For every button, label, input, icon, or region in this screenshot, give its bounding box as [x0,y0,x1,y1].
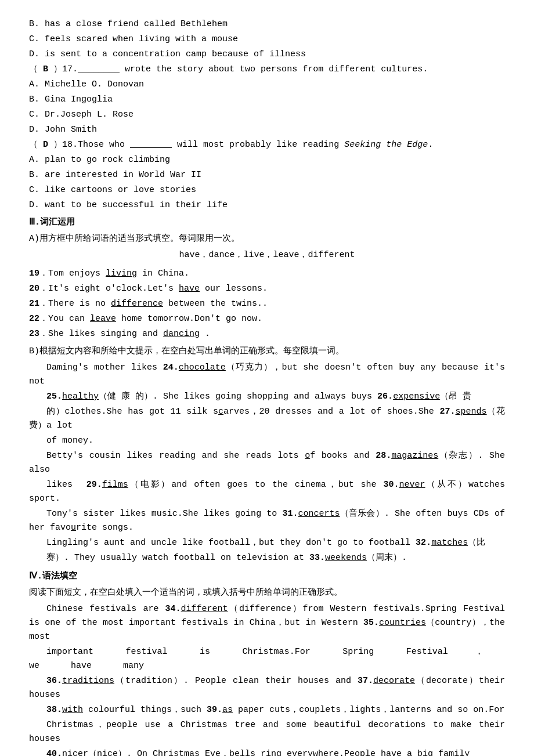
question-19: 19．Tom enjoys living in China. [29,267,505,281]
option-a-rock: A. plan to go rock climbing [29,153,505,167]
q18-paren: （ D ） [29,140,62,150]
para-s4-6: 40.nicer（nice）. On Christmas Eve，bells r… [29,747,505,756]
para-s4-1: Chinese festivals are 34.different（diffe… [29,602,505,644]
para-daming-3: 的）clothes.She has got 11 silk scarves，20… [29,405,505,433]
para-lingling-2: 赛）. They usually watch football on telev… [29,551,505,565]
q18-num: 18. [62,140,78,150]
option-d-successful: D. want to be successful in their life [29,198,505,212]
option-a-michelle: A. Michelle O. Donovan [29,78,505,92]
option-b-gina: B. Gina Ingoglia [29,93,505,107]
option-d-john: D. John Smith [29,123,505,137]
q17-paren: （ B ） [29,64,62,74]
section4-instruction: 阅读下面短文，在空白处填入一个适当的词，或填入括号中所给单词的正确形式。 [29,586,505,600]
q17-text: wrote the story about two persons from d… [120,64,428,74]
q17-num: 17. [62,64,78,74]
question-22: 22．You can leave home tomorrow.Don't go … [29,312,505,326]
exam-content: B. has a close friend called Bethlehem C… [29,17,505,756]
para-betty: Betty's cousin likes reading and she rea… [29,449,505,477]
para-s4-5: Christmas，people use a Christmas tree an… [29,718,505,746]
section3-title: Ⅲ.词汇运用 [29,216,505,230]
para-tony: Tony's sister likes music.She likes goin… [29,507,505,535]
subsection-b-instruction: B)根据短文内容和所给中文提示，在空白处写出单词的正确形式。每空限填一词。 [29,345,505,359]
para-daming-2: 25.healthy（健 康 的）. She likes going shopp… [29,390,505,404]
subsection-a-instruction: A)用方框中所给词语的适当形式填空。每词限用一次。 [29,232,505,246]
para-betty-2: likes 29.films（电影）and often goes to the … [29,478,505,506]
option-c-joseph: C. Dr.Joseph L. Rose [29,108,505,122]
question-23: 23．She likes singing and dancing . [29,327,505,341]
question-20: 20．It's eight o'clock.Let's have our les… [29,282,505,296]
option-c-cartoons: C. like cartoons or love stories [29,183,505,197]
para-daming-4: of money. [29,434,505,448]
question-18: （ D ）18.Those who ________ will most pro… [29,138,505,152]
para-s4-4: 38.with colourful things，such 39.as pape… [29,703,505,717]
para-daming: Daming's mother likes 24.chocolate（巧克力），… [29,361,505,389]
question-17: （ B ）17.________ wrote the story about t… [29,63,505,77]
option-c-mouse: C. feels scared when living with a mouse [29,32,505,46]
question-21: 21．There is no difference between the tw… [29,297,505,311]
q17-blank: ________ [78,64,120,74]
option-d-camp: D. is sent to a concentration camp becau… [29,48,505,62]
q18-text1: Those who ________ will most probably li… [78,140,433,150]
section4-title: Ⅳ.语法填空 [29,570,505,584]
para-s4-3: 36.traditions（tradition）. People clean t… [29,674,505,702]
word-bank: have，dance，live，leave，different [29,248,505,262]
option-b-bethlehem: B. has a close friend called Bethlehem [29,17,505,31]
option-b-ww2: B. are interested in World War II [29,168,505,182]
para-lingling: Lingling's aunt and uncle like football，… [29,536,505,550]
para-s4-2: important festival is Christmas.For Spri… [29,645,505,673]
